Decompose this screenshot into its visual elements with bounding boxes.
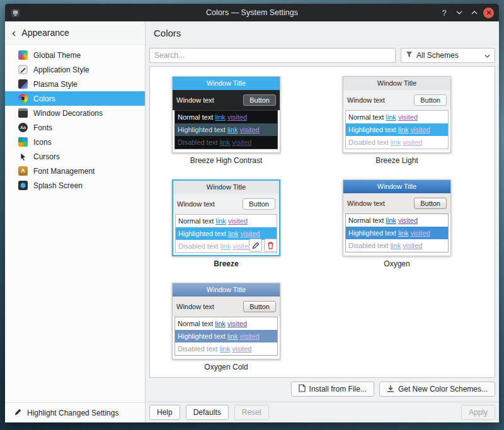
preview-window-text: Window text (347, 96, 385, 104)
sidebar-item-plasma-style[interactable]: Plasma Style (5, 77, 145, 91)
row-link: link (228, 230, 239, 237)
scheme-card-breeze[interactable]: Window Title Window text Button Normal t… (172, 179, 280, 268)
preview-window: Window text Button (343, 193, 450, 213)
row-visited: visited (228, 217, 248, 225)
row-link: link (398, 126, 409, 133)
sidebar-item-global-theme[interactable]: Global Theme (5, 48, 145, 62)
search-input[interactable] (149, 48, 396, 63)
sidebar-item-fonts[interactable]: Fonts (5, 120, 145, 135)
help-window-button[interactable]: ? (438, 6, 450, 19)
maximize-icon[interactable] (468, 6, 481, 19)
row-visited: visited (239, 126, 259, 133)
help-button[interactable]: Help (149, 405, 180, 420)
scheme-card-oxygen-cold[interactable]: Window Title Window text Button Normal t… (172, 283, 280, 371)
filter-funnel-icon (406, 51, 413, 60)
preview-row-normal: Normal text link visited (176, 215, 277, 227)
preview-row-normal: Normal text link visited (175, 111, 277, 123)
row-text: Normal text (178, 113, 213, 121)
row-text: Highlighted text (178, 126, 226, 133)
scheme-list-view: Window Title Window text Button Normal t… (149, 66, 495, 378)
sidebar-item-label: Icons (33, 138, 52, 147)
scheme-filter-dropdown[interactable]: All Schemes (401, 48, 495, 63)
scheme-card-breeze-high-contrast[interactable]: Window Title Window text Button Normal t… (172, 76, 280, 165)
preview-titlebar: Window Title (173, 77, 280, 90)
preview-button: Button (243, 94, 276, 106)
row-text: Normal text (178, 217, 214, 225)
application-style-icon (18, 65, 28, 74)
preview-row-normal: Normal text link visited (175, 317, 277, 330)
row-text: Normal text (348, 113, 384, 121)
install-from-file-button[interactable]: Install from File... (291, 382, 374, 397)
get-new-color-schemes-button[interactable]: Get New Color Schemes... (379, 382, 495, 397)
preview-list: Normal text link visited Highlighted tex… (345, 110, 449, 149)
row-visited: visited (227, 113, 247, 121)
row-visited: visited (398, 113, 418, 121)
sidebar-item-label: Fonts (33, 123, 52, 132)
filter-selected-value: All Schemes (416, 51, 459, 60)
row-text: Disabled text (178, 242, 219, 250)
row-text: Highlighted text (178, 230, 226, 237)
row-text: Disabled text (348, 242, 389, 249)
preview-row-disabled: Disabled text link visited (346, 136, 448, 149)
sidebar-item-label: Plasma Style (33, 80, 77, 89)
scheme-name: Breeze (172, 259, 280, 268)
row-link: link (386, 217, 396, 224)
scheme-name: Oxygen Cold (172, 363, 280, 371)
window-titlebar: Colors — System Settings ? (5, 4, 499, 21)
sidebar-header-label: Appearance (21, 28, 69, 38)
row-link: link (227, 332, 238, 340)
sidebar-item-cursors[interactable]: Cursors (5, 149, 145, 164)
window-controls: ? (438, 6, 499, 19)
row-text: Highlighted text (348, 229, 396, 237)
dialog-button-bar: Help Defaults Reset Apply (146, 402, 499, 422)
preview-button: Button (243, 198, 275, 210)
row-text: Normal text (178, 320, 213, 327)
row-visited: visited (398, 217, 418, 224)
row-link: link (215, 217, 226, 225)
app-icon[interactable] (11, 8, 20, 18)
colors-icon (18, 94, 28, 103)
sidebar-item-label: Cursors (33, 152, 60, 161)
edit-scheme-button[interactable] (249, 239, 262, 252)
sidebar-item-splash-screen[interactable]: Splash Screen (5, 178, 145, 193)
back-chevron-icon[interactable]: ‹ (12, 26, 16, 38)
preview-window-text: Window text (176, 96, 214, 104)
scheme-card-breeze-light[interactable]: Window Title Window text Button Normal t… (343, 76, 451, 165)
apply-button[interactable]: Apply (461, 405, 495, 420)
preview-row-highlighted: Highlighted text link visited (175, 123, 277, 136)
preview-row-highlighted: Highlighted text link visited (346, 123, 448, 136)
sidebar-item-application-style[interactable]: Application Style (5, 62, 145, 77)
scheme-name: Breeze Light (343, 156, 451, 165)
row-link: link (391, 139, 401, 146)
highlight-changed-settings-label: Highlight Changed Settings (27, 409, 118, 417)
get-new-color-schemes-label: Get New Color Schemes... (398, 385, 488, 393)
window-decorations-icon (18, 108, 28, 118)
scheme-card-oxygen[interactable]: Window Title Window text Button Normal t… (343, 179, 451, 268)
sidebar-back-header[interactable]: ‹ Appearance (5, 21, 145, 45)
sidebar-item-font-management[interactable]: Font Management (5, 164, 145, 178)
document-icon (299, 384, 306, 394)
preview-titlebar: Window Title (173, 181, 279, 194)
sidebar-item-window-decorations[interactable]: Window Decorations (5, 106, 145, 120)
minimize-icon[interactable] (453, 6, 466, 19)
preview-button: Button (414, 198, 447, 209)
system-settings-window: Colors — System Settings ? ‹ Appearance (5, 4, 499, 422)
preview-window-text: Window text (176, 303, 214, 310)
preview-row-normal: Normal text link visited (346, 111, 448, 123)
reset-button[interactable]: Reset (234, 405, 269, 420)
preview-titlebar: Window Title (173, 283, 280, 297)
close-icon[interactable] (483, 8, 494, 18)
highlight-changed-settings-toggle[interactable]: Highlight Changed Settings (5, 402, 145, 422)
sidebar: ‹ Appearance Global Theme Application St… (5, 21, 146, 422)
defaults-button[interactable]: Defaults (186, 405, 229, 420)
sidebar-item-icons[interactable]: Icons (5, 135, 145, 149)
preview-button: Button (414, 94, 447, 106)
row-visited: visited (239, 332, 259, 340)
sidebar-item-colors[interactable]: Colors (5, 91, 145, 106)
row-text: Disabled text (178, 345, 218, 353)
scheme-actions-bar: Install from File... Get New Color Schem… (291, 382, 495, 397)
preview-button: Button (243, 301, 276, 312)
sidebar-item-label: Application Style (33, 65, 89, 74)
row-link: link (215, 113, 226, 121)
delete-scheme-button[interactable] (264, 239, 277, 252)
